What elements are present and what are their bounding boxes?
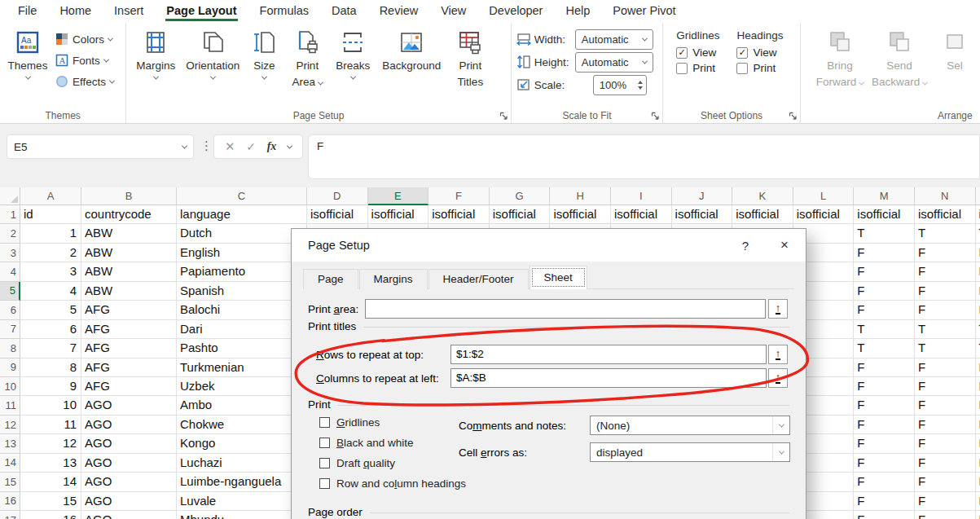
column-header-A[interactable]: A: [20, 187, 81, 205]
cell-iso-13-11[interactable]: F: [976, 434, 980, 453]
column-header-D[interactable]: D: [307, 187, 368, 205]
cell-iso-6-11[interactable]: F: [976, 301, 980, 319]
row-header-2[interactable]: 2: [0, 224, 20, 243]
checkbox-unchecked-icon[interactable]: [676, 63, 688, 74]
cancel-entry-icon[interactable]: ✕: [225, 139, 235, 154]
checkbox-unchecked-icon[interactable]: [319, 458, 330, 468]
cell-iso-1-10[interactable]: isofficial: [915, 205, 976, 224]
checkbox-checked-icon[interactable]: ✓: [736, 47, 748, 59]
page-setup-dialog-launcher[interactable]: [499, 112, 508, 121]
cell-iso-1-5[interactable]: isofficial: [611, 205, 672, 224]
cell-B10[interactable]: AFG: [81, 377, 177, 396]
cell-iso-1-7[interactable]: isofficial: [732, 205, 793, 224]
spin-down-icon[interactable]: [638, 86, 643, 90]
menu-tab-home[interactable]: Home: [48, 0, 103, 23]
cell-iso-1-4[interactable]: isofficial: [550, 205, 611, 224]
print-area-field[interactable]: [365, 299, 766, 319]
cell-iso-14-10[interactable]: F: [915, 454, 976, 473]
spin-up-icon[interactable]: [638, 81, 643, 84]
cell-iso-7-11[interactable]: T: [976, 320, 980, 339]
cell-C6[interactable]: Balochi: [177, 301, 307, 319]
menu-tab-power-pivot[interactable]: Power Pivot: [601, 0, 687, 23]
dropdown-button[interactable]: [772, 443, 789, 461]
cell-iso-9-10[interactable]: F: [915, 358, 976, 377]
cell-iso-11-10[interactable]: F: [915, 396, 976, 415]
send-backward-button[interactable]: Send Backward: [871, 27, 928, 90]
scale-to-fit-dialog-launcher[interactable]: [651, 112, 660, 121]
cell-iso-7-10[interactable]: T: [915, 320, 976, 339]
columns-repeat-field[interactable]: $A:$B: [450, 368, 767, 388]
column-header-B[interactable]: B: [81, 187, 177, 205]
cell-C1[interactable]: language: [177, 205, 307, 224]
cell-A4[interactable]: 3: [20, 262, 81, 281]
cell-A1[interactable]: id: [20, 205, 81, 224]
row-header-17[interactable]: 17: [0, 511, 20, 519]
cell-C14[interactable]: Luchazi: [177, 454, 307, 473]
row-header-8[interactable]: 8: [0, 339, 20, 358]
cell-A14[interactable]: 13: [20, 454, 81, 473]
dialog-tab-page[interactable]: Page: [303, 269, 358, 289]
cell-iso-10-11[interactable]: F: [976, 377, 980, 396]
menu-tab-data[interactable]: Data: [320, 0, 368, 23]
cell-iso-8-10[interactable]: T: [915, 339, 976, 358]
dialog-tab-margins[interactable]: Margins: [359, 269, 428, 289]
cell-B5[interactable]: ABW: [81, 282, 177, 301]
print-area-button[interactable]: Print Area: [284, 27, 330, 90]
column-header-O[interactable]: O: [976, 187, 980, 205]
cell-iso-8-9[interactable]: T: [854, 339, 915, 358]
column-header-C[interactable]: C: [177, 187, 307, 205]
cell-A2[interactable]: 1: [20, 224, 81, 243]
row-header-4[interactable]: 4: [0, 262, 20, 281]
cell-iso-5-10[interactable]: F: [915, 282, 976, 301]
cell-iso-3-9[interactable]: F: [854, 244, 915, 262]
cell-B2[interactable]: ABW: [81, 224, 177, 243]
column-header-E[interactable]: E: [368, 187, 429, 205]
checkbox-unchecked-icon[interactable]: [319, 438, 330, 448]
cell-iso-5-9[interactable]: F: [854, 282, 915, 301]
checkbox-checked-icon[interactable]: ✓: [676, 47, 688, 59]
column-header-F[interactable]: F: [428, 187, 490, 205]
cell-B1[interactable]: countrycode: [81, 205, 177, 224]
cell-C3[interactable]: English: [177, 244, 307, 262]
row-header-14[interactable]: 14: [0, 454, 20, 473]
cell-iso-14-9[interactable]: F: [854, 454, 915, 473]
cell-errors-dropdown[interactable]: displayed: [590, 442, 790, 462]
cell-B12[interactable]: AGO: [81, 416, 177, 434]
row-header-1[interactable]: 1: [0, 205, 20, 224]
cell-A12[interactable]: 11: [20, 416, 81, 434]
menu-tab-help[interactable]: Help: [554, 0, 601, 23]
cell-C11[interactable]: Ambo: [177, 396, 307, 415]
cell-B9[interactable]: AFG: [81, 358, 177, 377]
cell-C9[interactable]: Turkmenian: [177, 358, 307, 377]
confirm-entry-icon[interactable]: ✓: [246, 140, 256, 153]
column-header-J[interactable]: J: [672, 187, 733, 205]
cell-B4[interactable]: ABW: [81, 262, 177, 281]
cell-B15[interactable]: AGO: [81, 473, 177, 491]
columns-repeat-collapse-button[interactable]: ↑: [768, 368, 788, 388]
effects-button[interactable]: Effects: [55, 71, 114, 92]
cell-iso-1-9[interactable]: isofficial: [854, 205, 915, 224]
cell-B16[interactable]: AGO: [81, 492, 177, 511]
cell-iso-17-10[interactable]: F: [915, 511, 976, 519]
cell-iso-15-9[interactable]: F: [854, 473, 915, 491]
row-header-5[interactable]: 5: [0, 282, 20, 301]
cell-iso-6-9[interactable]: F: [854, 301, 915, 319]
cell-B14[interactable]: AGO: [81, 454, 177, 473]
column-header-I[interactable]: I: [611, 187, 672, 205]
background-button[interactable]: Background: [376, 27, 447, 74]
cell-A15[interactable]: 14: [20, 473, 81, 491]
chevron-down-icon[interactable]: [182, 143, 187, 148]
insert-function-icon[interactable]: fx: [267, 140, 277, 153]
size-button[interactable]: Size: [245, 27, 283, 81]
rows-repeat-field[interactable]: $1:$2: [450, 345, 767, 364]
cell-iso-12-11[interactable]: F: [976, 416, 980, 434]
cell-C7[interactable]: Dari: [177, 320, 307, 339]
cell-iso-17-11[interactable]: F: [976, 511, 980, 519]
cell-C13[interactable]: Kongo: [177, 434, 307, 453]
height-dropdown[interactable]: Automatic: [575, 52, 653, 73]
cell-iso-16-10[interactable]: F: [915, 492, 976, 511]
cell-iso-12-9[interactable]: F: [854, 416, 915, 434]
dialog-titlebar[interactable]: Page Setup ? ×: [292, 229, 806, 262]
sheet-options-dialog-launcher[interactable]: [789, 112, 798, 121]
cell-iso-17-9[interactable]: F: [854, 511, 915, 519]
